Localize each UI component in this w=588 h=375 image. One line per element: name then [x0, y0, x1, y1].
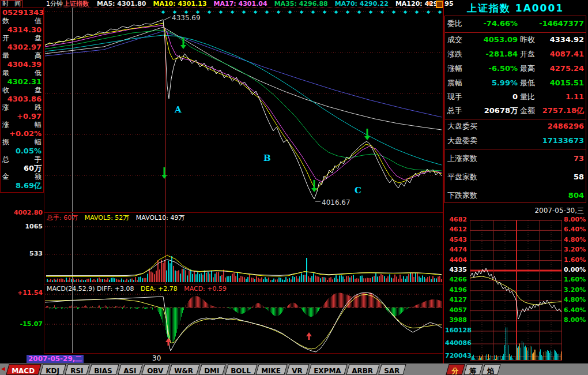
vol-scale-mid: 533: [1, 250, 43, 257]
tab-label: BIAS: [94, 366, 112, 375]
tab-label: ASI: [123, 366, 136, 375]
stat-label: 涨跌: [447, 50, 462, 59]
stat-value: -6.50%: [461, 64, 518, 73]
indicator-tab-kdj[interactable]: KDJ: [40, 364, 66, 375]
tab-label: MACD: [12, 366, 35, 375]
xaxis-day-tick: 30: [152, 354, 161, 362]
count-value: 804: [496, 191, 584, 200]
indicator-tab-wr[interactable]: W&R: [168, 364, 199, 375]
stat-value: 20678万: [461, 106, 518, 115]
ma-values-row: MA5: 4301.80MA10: 4301.13MA17: 4301.04MA…: [97, 0, 454, 7]
count-value: 73: [496, 154, 584, 163]
ma-value-2: MA17: 4301.04: [214, 0, 267, 7]
wave-label-a: A: [175, 104, 182, 115]
stat-value: 5.99%: [461, 78, 518, 88]
vol-scale-top: 1065: [1, 223, 43, 230]
mini-price-tick: 4335: [445, 266, 467, 273]
mini-price-tick: 4057: [445, 306, 467, 314]
indicator-tab-arbr[interactable]: ARBR: [346, 364, 379, 375]
macd-chart[interactable]: [44, 284, 443, 353]
mavol5-value: MAVOL5: 52万: [85, 214, 130, 222]
mini-price-tick: 4612: [445, 226, 467, 233]
quote-row: 大盘委卖17133673: [0, 136, 588, 145]
mini-pct-tick: 8.00%: [564, 316, 587, 324]
tab-label: OBV: [147, 366, 163, 375]
indicator-tab-boll[interactable]: BOLL: [225, 364, 257, 375]
indicator-tab-bias[interactable]: BIAS: [88, 364, 119, 375]
quote-row: 涨幅-6.50%最高4275.24: [0, 64, 588, 73]
ma-value-4: MA70: 4290.22: [335, 0, 389, 7]
wave-label-c: C: [355, 185, 361, 196]
stat-value-2: 4087.41: [526, 50, 584, 59]
indicator-tab-rsi[interactable]: RSI: [65, 364, 90, 375]
sun-icon[interactable]: ✺: [427, 0, 432, 7]
view-tab-2[interactable]: 焰: [481, 364, 500, 375]
tab-label: RSI: [70, 366, 83, 375]
quote-row: 平盘家数58: [0, 172, 588, 182]
stat-value: 0: [461, 92, 518, 102]
mini-pct-tick: 8.00%: [564, 216, 587, 223]
indicator-tab-dmi[interactable]: DMI: [198, 364, 226, 375]
stat-value-2: 2757.18亿: [526, 106, 584, 115]
indicator-tab-obv[interactable]: OBV: [141, 364, 170, 375]
count-label: 下跌家数: [447, 191, 477, 200]
tab-label: VR: [292, 366, 303, 375]
crosshair-time: 05291343: [2, 8, 42, 17]
period-selector[interactable]: 1分钟: [46, 0, 63, 7]
mini-price-tick: 4196: [445, 286, 467, 294]
macd-bar-value: MACD: +0.59: [184, 285, 227, 292]
low-price-label: 4016.67: [322, 198, 350, 207]
mini-price-tick: 4266: [445, 276, 467, 283]
indicator-tab-vr[interactable]: VR: [286, 364, 309, 375]
tab-label: W&R: [174, 366, 193, 375]
board-order-value: 2486296: [496, 122, 584, 131]
time-label-r: 间: [14, 1, 21, 7]
intraday-mini-chart[interactable]: [470, 220, 562, 361]
macd-header: MACD(24,52,9) DIFF: +3.08 DEA: +2.78 MAC…: [47, 285, 231, 292]
ma-value-1: MA10: 4301.13: [153, 0, 206, 7]
ma-value-0: MA5: 4301.80: [97, 0, 146, 7]
index-title: 上证指数 1A0001: [444, 2, 586, 15]
stat-value-2: 4275.24: [526, 64, 584, 73]
mini-pct-tick: 3.20%: [564, 246, 587, 253]
xaxis-date-label[interactable]: 2007-05-29,二: [27, 355, 84, 363]
weibi-value: -74.66%: [461, 19, 518, 28]
mini-pct-tick: 4.80%: [564, 296, 587, 303]
indicator-tab-mike[interactable]: MIKE: [255, 364, 287, 375]
view-tab-1[interactable]: 筹: [463, 364, 483, 375]
tab-label: BOLL: [231, 366, 251, 375]
indicator-tab-expma[interactable]: EXPMA: [308, 364, 348, 375]
tab-label: MIKE: [261, 366, 281, 375]
time-label-box: 时 间: [1, 0, 22, 8]
mini-pct-tick: 0.00%: [564, 266, 587, 273]
stat-value: 4053.09: [461, 35, 518, 44]
stat-label: 总手: [447, 106, 462, 115]
stat-label: 涨幅: [447, 64, 462, 73]
stats-divider: [444, 32, 586, 33]
mini-price-tick: 3988: [445, 316, 467, 324]
indicator-tab-sar[interactable]: SAR: [378, 364, 406, 375]
indicator-tab-macd[interactable]: MACD: [6, 364, 41, 375]
macd-pane[interactable]: MACD(24,52,9) DIFF: +3.08 DEA: +2.78 MAC…: [44, 284, 443, 354]
intraday-chart-canvas[interactable]: [470, 220, 561, 360]
stat-value-2: 4015.51: [526, 78, 584, 88]
stat-value-2: 4334.92: [526, 35, 584, 44]
quote-row: 成交4053.09昨收4334.92: [0, 35, 588, 44]
mini-vol-tick: 160128: [445, 327, 467, 334]
tab-scroll-left-icon[interactable]: ◀: [1, 366, 5, 372]
volume-chart[interactable]: [44, 213, 443, 284]
mini-pct-tick: 1.60%: [564, 256, 587, 264]
quote-row: 总手20678万金额2757.18亿: [0, 106, 588, 115]
board-order-label: 大盘委卖: [447, 136, 477, 145]
mini-price-tick: 4474: [445, 246, 467, 253]
peak-price-label: 4335.69: [172, 14, 201, 22]
quote-row: 大盘委买2486296: [0, 122, 588, 131]
mini-vol-tick: 440086: [445, 339, 467, 347]
stat-label: 现手: [447, 92, 462, 102]
volume-pane[interactable]: 总手: 60万 MAVOL5: 52万 MAVOL10: 49万: [44, 212, 443, 284]
board-order-label: 大盘委买: [447, 122, 477, 131]
stock-terminal: 1分钟 上证指数 MA5: 4301.80MA10: 4301.13MA17: …: [0, 0, 588, 375]
view-tab-0[interactable]: 分: [446, 364, 465, 375]
index-name: 上证指数: [63, 0, 89, 7]
indicator-tab-asi[interactable]: ASI: [118, 364, 143, 375]
